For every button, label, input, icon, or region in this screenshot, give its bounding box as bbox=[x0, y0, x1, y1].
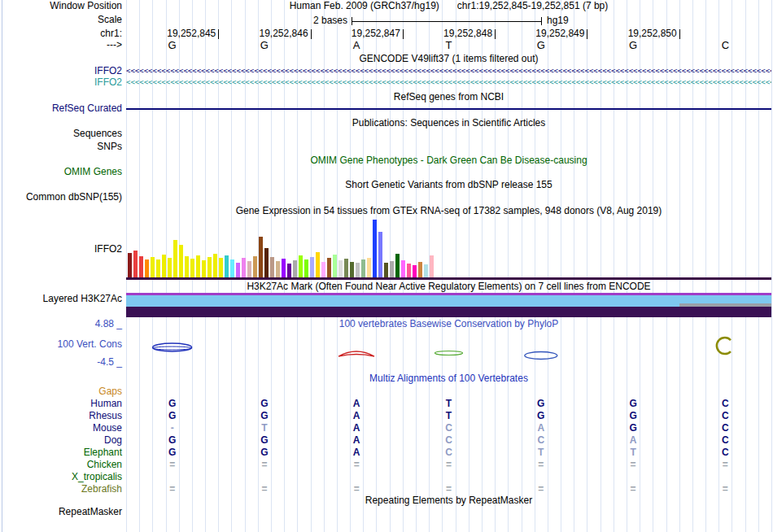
scale-assembly: hg19 bbox=[547, 15, 569, 26]
gtex-bar[interactable] bbox=[230, 259, 234, 277]
species-label[interactable]: Dog bbox=[0, 434, 122, 447]
species-label[interactable]: Human bbox=[0, 398, 122, 410]
alignment-base: A bbox=[311, 422, 403, 434]
gtex-bar[interactable] bbox=[179, 245, 183, 277]
gtex-bar[interactable] bbox=[333, 255, 337, 277]
gtex-expression-barchart[interactable] bbox=[126, 219, 771, 277]
gtex-bar[interactable] bbox=[264, 248, 269, 277]
gtex-bar[interactable] bbox=[196, 255, 200, 277]
gencode-item-label[interactable]: IFFO2 bbox=[0, 66, 122, 76]
alignment-base: C bbox=[403, 447, 495, 459]
sidebar-label-chrom: chr1: bbox=[0, 28, 122, 39]
gtex-bar[interactable] bbox=[378, 232, 382, 277]
gtex-bar[interactable] bbox=[430, 255, 434, 277]
alignment-base: A bbox=[311, 410, 403, 422]
gtex-bar[interactable] bbox=[219, 258, 223, 277]
species-label[interactable]: Mouse bbox=[0, 422, 122, 434]
gtex-bar[interactable] bbox=[173, 240, 177, 277]
gtex-bar[interactable] bbox=[304, 259, 308, 277]
gtex-bar[interactable] bbox=[384, 263, 388, 277]
transcript-arrows[interactable]: <<<<<<<<<<<<<<<<<<<<<<<<<<<<<<<<<<<<<<<<… bbox=[126, 77, 771, 87]
alignment-base: C bbox=[679, 398, 771, 410]
gtex-bar[interactable] bbox=[350, 262, 354, 277]
gtex-bar[interactable] bbox=[270, 257, 274, 277]
species-label[interactable]: Gaps bbox=[0, 386, 122, 398]
gtex-bar[interactable] bbox=[367, 258, 371, 277]
alignment-base: C bbox=[679, 422, 771, 434]
ruler-positions: 19,252,84519,252,84619,252,84719,252,848… bbox=[126, 28, 771, 40]
gtex-bar[interactable] bbox=[338, 260, 343, 277]
species-label[interactable]: X_tropicalis bbox=[0, 471, 122, 483]
gtex-bar[interactable] bbox=[395, 254, 400, 277]
alignment-base: - bbox=[126, 422, 218, 434]
sidebar-label-repeatmasker[interactable]: RepeatMasker bbox=[0, 507, 122, 517]
position-label: 19,252,846 bbox=[218, 28, 308, 39]
alignment-base: = bbox=[403, 459, 495, 471]
gtex-bar[interactable] bbox=[361, 259, 365, 277]
transcript-arrows[interactable]: <<<<<<<<<<<<<<<<<<<<<<<<<<<<<<<<<<<<<<<<… bbox=[126, 66, 771, 76]
gtex-bar[interactable] bbox=[213, 254, 217, 277]
sidebar-label-layered-h3k27ac[interactable]: Layered H3K27Ac bbox=[0, 294, 122, 304]
gtex-bar[interactable] bbox=[424, 264, 428, 277]
gtex-bar[interactable] bbox=[356, 263, 360, 277]
gtex-bar[interactable] bbox=[128, 253, 132, 277]
sidebar-label-omim-genes[interactable]: OMIM Genes bbox=[0, 167, 122, 177]
species-label[interactable]: Elephant bbox=[0, 447, 122, 459]
gtex-bar[interactable] bbox=[401, 260, 405, 277]
gtex-bar[interactable] bbox=[236, 263, 240, 277]
sidebar-label-common-dbsnp[interactable]: Common dbSNP(155) bbox=[0, 192, 122, 203]
gtex-bar[interactable] bbox=[373, 220, 377, 277]
gtex-bar[interactable] bbox=[316, 252, 320, 277]
h3k27ac-signal-track[interactable] bbox=[126, 293, 771, 317]
gtex-bar[interactable] bbox=[162, 255, 166, 277]
gtex-bar[interactable] bbox=[390, 261, 394, 277]
base-letter: T bbox=[403, 40, 495, 51]
gtex-track-title: Gene Expression in 54 tissues from GTEx … bbox=[126, 206, 771, 216]
gtex-bar[interactable] bbox=[190, 259, 194, 277]
sidebar-label-100-vert-cons[interactable]: 100 Vert. Cons bbox=[0, 339, 122, 350]
gtex-bar[interactable] bbox=[299, 255, 303, 277]
conservation-dip-ellipse-inner bbox=[153, 347, 192, 350]
gtex-bar[interactable] bbox=[418, 262, 422, 277]
gtex-bar[interactable] bbox=[247, 261, 251, 277]
assembly-name: Human Feb. 2009 (GRCh37/hg19) bbox=[290, 1, 439, 11]
alignment-base: = bbox=[679, 483, 771, 495]
gtex-bar[interactable] bbox=[207, 257, 212, 277]
gtex-bar[interactable] bbox=[185, 256, 189, 277]
gtex-bar[interactable] bbox=[293, 260, 297, 277]
species-label[interactable]: Zebrafish bbox=[0, 483, 122, 495]
gtex-bar[interactable] bbox=[168, 258, 172, 277]
gtex-bar[interactable] bbox=[253, 256, 257, 277]
gtex-bar[interactable] bbox=[310, 257, 314, 277]
gtex-bar[interactable] bbox=[202, 260, 206, 277]
gtex-bar[interactable] bbox=[133, 251, 138, 277]
gtex-bar[interactable] bbox=[276, 261, 280, 277]
sidebar-label-refseq-curated[interactable]: RefSeq Curated bbox=[0, 103, 122, 114]
gtex-bar[interactable] bbox=[413, 265, 417, 277]
position-label: 19,252,848 bbox=[403, 28, 492, 39]
ruler-bases: GGATGGC bbox=[126, 40, 771, 52]
gencode-item-label[interactable]: IFFO2 bbox=[0, 77, 122, 88]
gtex-bar[interactable] bbox=[327, 258, 331, 277]
gtex-bar[interactable] bbox=[225, 255, 229, 277]
gtex-bar[interactable] bbox=[321, 262, 325, 277]
sidebar-label-gtex-gene[interactable]: IFFO2 bbox=[0, 244, 122, 255]
gtex-bar[interactable] bbox=[151, 257, 155, 277]
gtex-bar[interactable] bbox=[139, 256, 143, 277]
gtex-bar[interactable] bbox=[145, 259, 149, 277]
gtex-bar[interactable] bbox=[156, 259, 160, 277]
gtex-bar[interactable] bbox=[287, 264, 291, 277]
species-label[interactable]: Chicken bbox=[0, 459, 122, 471]
sidebar-label-snps[interactable]: SNPs bbox=[0, 142, 122, 152]
gtex-bar[interactable] bbox=[242, 258, 246, 277]
gtex-bar[interactable] bbox=[282, 259, 286, 277]
refseq-gene-line[interactable] bbox=[126, 108, 771, 110]
gtex-bar[interactable] bbox=[407, 264, 411, 277]
alignment-base: = bbox=[311, 459, 403, 471]
gtex-bar[interactable] bbox=[259, 237, 263, 277]
species-label[interactable]: Rhesus bbox=[0, 410, 122, 422]
phylop-conservation-plot[interactable] bbox=[126, 330, 771, 369]
gtex-bar[interactable] bbox=[344, 259, 348, 277]
position-tick bbox=[679, 29, 680, 39]
sidebar-label-sequences[interactable]: Sequences bbox=[0, 129, 122, 139]
